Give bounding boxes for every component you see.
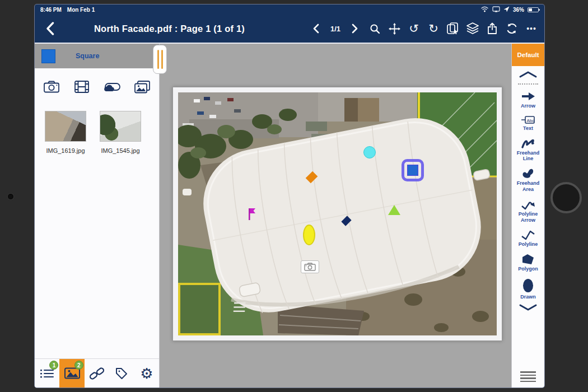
tab-links[interactable] — [85, 359, 109, 388]
svg-text:Abc: Abc — [527, 118, 535, 123]
status-bar: 8:46 PM Mon Feb 1 36% — [35, 4, 544, 15]
annotation-triangle[interactable] — [388, 205, 400, 215]
tool-freehand-line[interactable]: Freehand Line — [512, 138, 544, 162]
rotate-cw-icon[interactable]: ↻ — [427, 22, 440, 35]
photo-item[interactable]: IMG_1545.jpg — [100, 111, 141, 154]
layers-icon[interactable] — [466, 22, 479, 35]
sync-icon[interactable] — [506, 22, 518, 35]
photo-filename: IMG_1545.jpg — [100, 147, 141, 154]
battery-icon — [528, 7, 539, 12]
tab-annotation-list[interactable]: 1 — [35, 359, 59, 388]
drawn-shape-icon — [521, 278, 535, 293]
rotate-ccw-icon[interactable]: ↺ — [408, 22, 420, 35]
tool-profile-button[interactable]: Default — [512, 44, 544, 66]
status-date: Mon Feb 1 — [67, 7, 95, 13]
photo-library-icon[interactable] — [133, 78, 151, 95]
photo-thumbnail[interactable] — [100, 111, 141, 142]
square-annotation — [407, 165, 418, 176]
photo-count-badge: 2 — [74, 361, 83, 370]
annotation-square-selected[interactable] — [402, 159, 424, 181]
pdf-page[interactable] — [172, 87, 502, 341]
panel-tab-bar: 1 2 ⚙ — [35, 358, 159, 388]
wifi-icon — [480, 6, 489, 13]
annotation-photo-stamp[interactable] — [301, 260, 319, 273]
panel-resize-handle[interactable] — [153, 45, 167, 74]
freehand-area-icon — [521, 168, 535, 179]
pan-move-icon[interactable] — [388, 22, 400, 35]
tool-polygon[interactable]: Polygon — [512, 254, 544, 272]
app-screen: 8:46 PM Mon Feb 1 36% North Facade.pdf :… — [35, 4, 544, 388]
tool-palette: Default Arrow Abc Text Freehand Line Fre… — [511, 44, 544, 388]
document-canvas[interactable] — [160, 44, 511, 388]
text-icon: Abc — [521, 115, 535, 124]
palette-divider — [518, 83, 538, 85]
cloud-drive-icon[interactable] — [103, 78, 121, 95]
annotation-flag[interactable] — [248, 208, 256, 222]
tab-settings[interactable]: ⚙ — [134, 359, 159, 388]
navigation-bar: North Facade.pdf : Page 1 (1 of 1) 1/1 ↺… — [35, 15, 544, 43]
photo-thumbnail[interactable] — [45, 111, 86, 142]
arrow-icon — [521, 91, 535, 102]
previous-page-button[interactable] — [310, 22, 322, 35]
screen-mirroring-icon — [492, 6, 500, 13]
tool-polyline-arrow[interactable]: Polyline Arrow — [512, 199, 544, 223]
search-icon[interactable] — [368, 22, 381, 35]
battery-percent: 36% — [513, 7, 524, 13]
tool-arrow[interactable]: Arrow — [512, 91, 544, 109]
tool-freehand-area[interactable]: Freehand Area — [512, 168, 544, 193]
front-camera — [8, 194, 13, 199]
polygon-icon — [521, 254, 535, 265]
polyline-icon — [521, 229, 535, 240]
tab-photos[interactable]: 2 — [59, 359, 84, 388]
document-title: North Facade.pdf : Page 1 (1 of 1) — [94, 15, 245, 43]
home-button — [550, 182, 582, 213]
photo-filename: IMG_1619.jpg — [45, 147, 86, 154]
location-icon — [503, 6, 510, 13]
annotation-ellipse[interactable] — [303, 225, 315, 245]
tool-polyline[interactable]: Polyline — [512, 229, 544, 248]
share-icon[interactable] — [486, 22, 498, 35]
aerial-photo[interactable] — [178, 92, 497, 335]
camera-icon[interactable] — [43, 78, 60, 95]
annotation-circle[interactable] — [363, 146, 376, 158]
page-indicator: 1/1 — [329, 22, 342, 35]
gear-icon: ⚙ — [140, 366, 153, 381]
scroll-up-icon[interactable] — [519, 71, 538, 81]
more-icon[interactable]: ••• — [525, 22, 538, 35]
content-area: Square IMG_1619.jpg — [35, 43, 544, 388]
tab-tags[interactable] — [109, 359, 134, 388]
tool-drawn-shape[interactable]: Drawn — [512, 278, 544, 300]
select-annotations-icon[interactable] — [447, 22, 459, 35]
video-icon[interactable] — [73, 78, 91, 95]
tool-text[interactable]: Abc Text — [512, 115, 544, 132]
scroll-down-icon[interactable] — [519, 304, 538, 314]
freehand-line-icon — [521, 138, 535, 149]
next-page-button[interactable] — [349, 22, 361, 35]
style-color-swatch[interactable] — [41, 49, 55, 63]
status-time: 8:46 PM — [40, 7, 62, 13]
photo-item[interactable]: IMG_1619.jpg — [45, 111, 86, 154]
photo-panel: Square IMG_1619.jpg — [35, 44, 160, 388]
annotation-count-badge: 1 — [49, 361, 58, 370]
aerial-photo-art — [178, 92, 497, 335]
style-name-label: Square — [76, 52, 99, 60]
polyline-arrow-icon — [521, 199, 535, 210]
back-button[interactable] — [46, 15, 54, 43]
palette-menu-icon[interactable] — [520, 371, 536, 382]
annotation-style-header[interactable]: Square — [35, 44, 159, 68]
